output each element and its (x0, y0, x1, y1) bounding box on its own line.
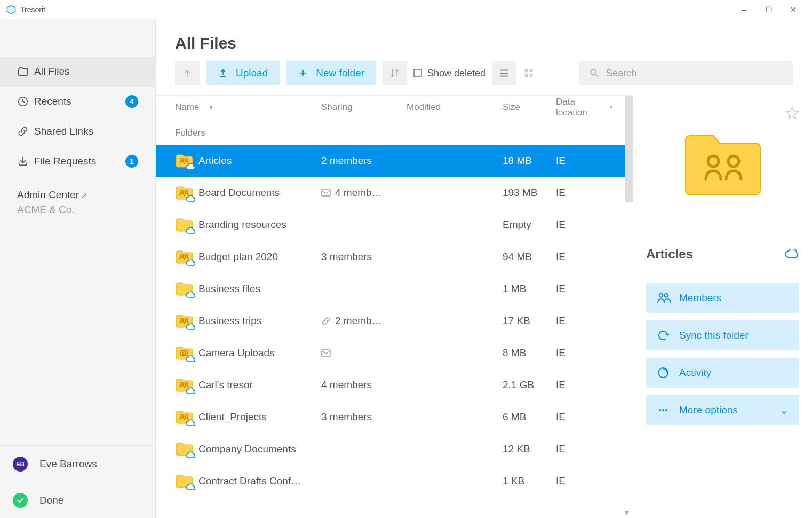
file-row[interactable]: Client_Projects3 members6 MBIE (156, 401, 633, 433)
file-size: 1 MB (503, 283, 556, 295)
file-row[interactable]: Carl's tresor4 members2.1 GBIE (156, 369, 633, 401)
search-input[interactable]: Search (579, 61, 793, 85)
titlebar: Tresorit – ☐ ✕ (0, 0, 812, 19)
file-name: Camera Uploads (198, 347, 321, 359)
plus-icon (298, 68, 308, 79)
file-name: Carl's tresor (198, 379, 321, 391)
file-name: Company Documents (198, 443, 321, 455)
favorite-star-button[interactable] (785, 106, 799, 120)
upload-button[interactable]: Upload (206, 61, 280, 85)
folder-icon (175, 153, 198, 168)
file-size: 17 KB (503, 315, 556, 327)
app-logo-icon (6, 5, 16, 14)
user-name: Eve Barrows (39, 458, 97, 470)
file-size: 2.1 GB (503, 379, 556, 391)
sort-asc-icon: ∧ (209, 104, 213, 111)
file-name: Business trips (198, 315, 321, 327)
list-view-button[interactable] (492, 61, 516, 85)
file-name: Budget plan 2020 (198, 251, 321, 263)
file-size: 193 MB (503, 187, 556, 199)
file-sharing: 2 members (321, 155, 407, 167)
sidebar-item-all-files[interactable]: All Files (0, 57, 155, 87)
file-row[interactable]: Articles2 members18 MBIE (156, 145, 633, 177)
sidebar-item-label: All Files (34, 66, 138, 77)
scrollbar-thumb[interactable] (625, 96, 633, 202)
details-panel: Articles MembersSync this folderActivity… (633, 95, 812, 518)
new-folder-button[interactable]: New folder (286, 61, 376, 85)
file-location: IE (556, 155, 614, 167)
file-row[interactable]: Branding resourcesEmptyIE (156, 209, 633, 241)
sidebar-item-recents[interactable]: Recents4 (0, 87, 155, 116)
org-name: ACME & Co. (17, 204, 138, 216)
sidebar-item-label: Shared Links (34, 125, 138, 137)
sidebar-icon (17, 96, 34, 107)
details-members-button[interactable]: Members (646, 283, 799, 313)
user-row[interactable]: EB Eve Barrows (0, 445, 155, 482)
details-more-options-button[interactable]: More options⌄ (646, 395, 799, 425)
file-row[interactable]: Budget plan 20203 members94 MBIE (156, 241, 633, 273)
window-minimize-button[interactable]: – (732, 0, 757, 19)
col-sharing: Sharing (321, 102, 407, 113)
external-link-icon: ↗ (81, 191, 87, 200)
file-size: Empty (503, 219, 556, 231)
sync-status-row[interactable]: Done (0, 482, 155, 518)
new-folder-label: New folder (316, 67, 364, 79)
sidebar-item-shared-links[interactable]: Shared Links (0, 116, 155, 146)
sidebar-icon (17, 66, 34, 77)
sidebar-icon (17, 155, 34, 167)
svg-point-30 (665, 409, 667, 411)
window-maximize-button[interactable]: ☐ (757, 0, 781, 19)
file-row[interactable]: Business trips2 memb…17 KBIE (156, 305, 633, 337)
mail-icon (321, 189, 331, 197)
file-row[interactable]: Contract Drafts Conf…1 KBIE (156, 465, 633, 497)
details-activity-button[interactable]: Activity (646, 358, 799, 388)
sidebar-item-file-requests[interactable]: File Requests1 (0, 146, 155, 176)
details-button-label: Members (679, 292, 721, 304)
show-deleted-toggle[interactable]: Show deleted (413, 68, 485, 79)
folder-icon (175, 378, 198, 393)
file-name: Articles (198, 155, 321, 167)
svg-rect-18 (322, 350, 330, 356)
file-row[interactable]: Camera Uploads8 MBIE (156, 337, 633, 369)
file-size: 8 MB (503, 347, 556, 359)
file-name: Branding resources (198, 219, 321, 231)
file-location: IE (556, 251, 614, 263)
file-row[interactable]: Business files1 MBIE (156, 273, 633, 305)
column-headers[interactable]: Name∧ Sharing Modified Size Data locatio… (156, 96, 633, 119)
done-check-icon (13, 493, 28, 508)
folder-icon (175, 185, 198, 200)
details-button-label: Sync this folder (679, 329, 749, 341)
svg-rect-3 (530, 69, 533, 73)
scroll-down-icon[interactable]: ▾ (621, 506, 633, 518)
file-sharing: 3 members (321, 251, 407, 263)
chevron-down-icon: ⌄ (780, 404, 789, 417)
grid-view-button[interactable] (516, 61, 541, 85)
up-button[interactable] (175, 61, 200, 85)
details-title: Articles (646, 247, 693, 262)
checkbox-icon (413, 69, 422, 77)
col-name: Name (175, 102, 199, 113)
details-button-label: Activity (679, 367, 711, 379)
file-sharing: 3 members (321, 411, 407, 423)
file-name: Client_Projects (198, 411, 321, 423)
details-sync-this-folder-button[interactable]: Sync this folder (646, 320, 799, 350)
sort-button[interactable] (383, 61, 407, 85)
folder-icon (175, 281, 198, 296)
sidebar-icon (17, 125, 34, 137)
admin-center-link[interactable]: Admin Center↗ ACME & Co. (0, 176, 155, 216)
file-row[interactable]: Board Documents4 memb…193 MBIE (156, 177, 633, 209)
svg-point-26 (665, 294, 668, 297)
svg-point-28 (659, 409, 661, 411)
file-location: IE (556, 187, 614, 199)
folder-icon (175, 346, 198, 360)
sort-asc-icon: ∧ (609, 104, 614, 111)
folder-icon (175, 249, 198, 264)
file-location: IE (556, 411, 614, 423)
search-icon (589, 68, 600, 79)
file-row[interactable]: Company Documents12 KBIE (156, 433, 633, 465)
svg-rect-2 (525, 69, 528, 73)
more-icon (657, 404, 674, 417)
sync-icon (657, 329, 674, 342)
upload-icon (218, 68, 228, 79)
window-close-button[interactable]: ✕ (781, 0, 806, 19)
